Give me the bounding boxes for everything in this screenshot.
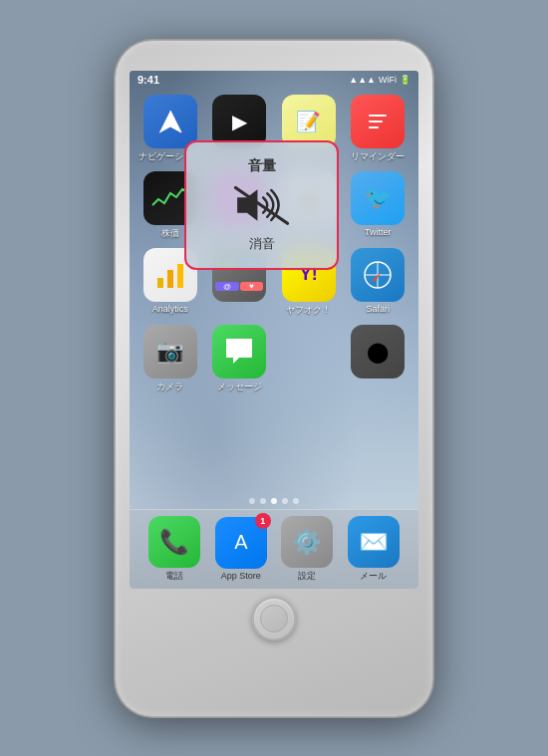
svg-rect-6 [167,270,173,288]
dock-icon-appstore[interactable]: A 1 [215,517,267,569]
app-label-messages: メッセージ [217,380,262,393]
app-twitter[interactable]: 🐦 Twitter [346,171,411,240]
page-dot-2[interactable] [260,498,266,504]
signal-icon: ▲▲▲ [349,75,376,85]
dock-icon-settings[interactable]: ⚙️ [281,516,333,568]
app-camera[interactable]: 📷 カメラ [137,325,203,393]
svg-rect-0 [369,115,387,117]
app-icon-safari[interactable] [351,248,405,302]
svg-marker-12 [371,272,381,282]
dock-app-phone[interactable]: 📞 電話 [148,516,200,583]
page-dot-5[interactable] [293,498,299,504]
app-icon-empty [282,325,336,378]
svg-rect-1 [369,121,383,123]
page-dot-4[interactable] [282,498,288,504]
app-icon-twitter[interactable]: 🐦 [351,171,405,225]
app-label-reminder: リマインダー [351,150,405,163]
app-icon-reminder[interactable] [351,95,405,148]
app-label-yahoo: ヤフオク！ [286,304,331,317]
phone-frame: 9:41 ▲▲▲ WiFi 🔋 ナビゲーション ▶ [115,40,433,717]
dock-label-settings: 設定 [298,570,316,583]
app-label-twitter: Twitter [365,227,392,237]
app-safari[interactable]: Safari [346,248,411,317]
volume-title: 音量 [248,157,276,175]
screen: 9:41 ▲▲▲ WiFi 🔋 ナビゲーション ▶ [130,71,418,589]
app-empty [276,325,342,393]
volume-overlay: 音量 消音 [184,140,339,270]
wifi-icon: WiFi [379,75,397,85]
dock-app-settings[interactable]: ⚙️ 設定 [281,516,333,583]
home-button[interactable] [252,597,296,640]
app-messages[interactable]: メッセージ [207,325,273,393]
appstore-badge: 1 [255,513,271,529]
status-right: ▲▲▲ WiFi 🔋 [349,75,411,85]
dock-label-phone: 電話 [165,570,183,583]
app-label-analytics: Analytics [152,304,188,314]
dock-label-appstore: App Store [221,571,261,581]
page-dot-1[interactable] [249,498,255,504]
svg-rect-5 [157,278,163,288]
status-bar: 9:41 ▲▲▲ WiFi 🔋 [130,71,418,89]
dock-app-appstore[interactable]: A 1 App Store [215,517,267,581]
svg-rect-7 [177,264,183,288]
app-icon-camera[interactable]: 📷 [143,325,197,378]
status-time: 9:41 [137,74,159,86]
app-label-camera: カメラ [156,380,183,393]
mute-icon [229,181,294,229]
dock: 📞 電話 A 1 App Store ⚙️ 設定 [130,509,418,589]
app-icon-navigation[interactable] [143,95,197,148]
home-button-inner [260,605,288,632]
dock-app-mail[interactable]: ✉️ メール [348,516,400,583]
app-icon-messages[interactable] [212,325,266,378]
dock-icon-mail[interactable]: ✉️ [348,516,400,568]
app-reminder[interactable]: リマインダー [346,95,411,163]
battery-icon: 🔋 [400,75,411,85]
volume-label: 消音 [249,235,275,253]
page-dot-3[interactable] [271,498,277,504]
app-camera2[interactable]: ⬤ [346,325,411,393]
page-dots [130,498,418,504]
app-label-safari: Safari [366,304,390,314]
svg-rect-2 [369,126,379,128]
app-label-stocks: 株価 [161,227,179,240]
dock-label-mail: メール [360,570,387,583]
dock-icon-phone[interactable]: 📞 [148,516,200,568]
svg-text:A: A [234,531,248,553]
app-icon-camera2[interactable]: ⬤ [351,325,405,378]
